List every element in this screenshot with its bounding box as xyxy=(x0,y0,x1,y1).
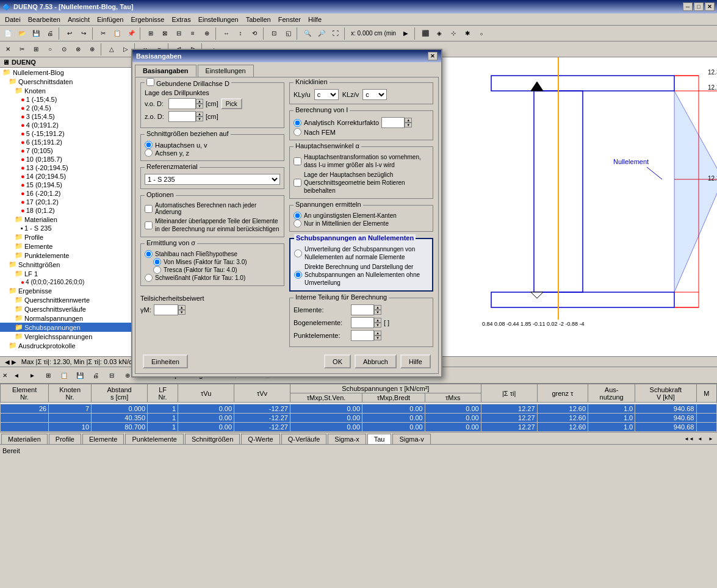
tb2-btn5[interactable]: ⊙ xyxy=(57,43,71,56)
hilfe-button[interactable]: Hilfe xyxy=(400,354,431,368)
tree-knoten-3[interactable]: ●3 (15;4.5) xyxy=(0,112,137,121)
zo-input[interactable]: 0.000 xyxy=(168,111,196,122)
pkt-down[interactable]: ▼ xyxy=(374,335,381,340)
tab-profile[interactable]: Profile xyxy=(49,434,81,444)
referenzmaterial-select[interactable]: 1 - S 235 xyxy=(145,174,280,185)
btn-t9[interactable]: ⊡ xyxy=(267,27,281,40)
tab-tau[interactable]: Tau xyxy=(367,434,392,444)
menu-ergebnisse[interactable]: Ergebnisse xyxy=(127,15,168,24)
tree-lf1-item[interactable]: ●4 (0;0;0;-2160.26;0;0) xyxy=(0,278,137,286)
tree-ausdruckprotokolle[interactable]: 📁Ausdruckprotokolle xyxy=(0,341,137,350)
tree-knoten-15[interactable]: ●15 (0;194.5) xyxy=(0,181,137,189)
btn-t8[interactable]: ⟲ xyxy=(248,27,261,40)
tree-knoten-2[interactable]: ●2 (0;4.5) xyxy=(0,104,137,112)
tree-materialien[interactable]: 📁Materialien xyxy=(0,215,137,224)
panel-next[interactable]: ► xyxy=(26,368,39,382)
transformation-checkbox[interactable] xyxy=(294,157,301,165)
schweissnaht-radio[interactable] xyxy=(145,274,153,282)
btn-extra4[interactable]: ✱ xyxy=(461,27,474,40)
stahlbau-radio[interactable] xyxy=(145,250,153,258)
save-button[interactable]: 💾 xyxy=(29,27,43,40)
el-up[interactable]: ▲ xyxy=(374,305,381,310)
scroll-prev[interactable]: ◄ xyxy=(695,434,705,443)
zo-up[interactable]: ▲ xyxy=(196,112,203,117)
open-button[interactable]: 📂 xyxy=(15,27,29,40)
tb2-btn1[interactable]: ✕ xyxy=(1,43,15,56)
maximize-button[interactable]: □ xyxy=(694,2,704,11)
cut-button[interactable]: ✂ xyxy=(96,27,110,40)
tree-knoten-1[interactable]: ●1 (-15;4.5) xyxy=(0,95,137,104)
panel-close-icon[interactable]: ✕ xyxy=(2,372,7,379)
auto-berechnen-checkbox[interactable] xyxy=(145,205,153,213)
menu-ansicht[interactable]: Ansicht xyxy=(64,15,93,24)
scroll-left[interactable]: ◄◄ xyxy=(684,434,694,443)
scroll-next[interactable]: ► xyxy=(706,434,716,443)
tree-lf1[interactable]: 📁LF 1 xyxy=(0,269,137,278)
tree-ergebnisse[interactable]: 📁Ergebnisse xyxy=(0,286,137,295)
abbruch-button[interactable]: Abbruch xyxy=(355,354,397,368)
tab-sigma-x[interactable]: Sigma-x xyxy=(328,434,366,444)
kfaktor-down[interactable]: ▼ xyxy=(405,123,412,127)
menu-datei[interactable]: Datei xyxy=(1,15,24,24)
el-down[interactable]: ▼ xyxy=(374,310,381,315)
tree-normalspannungen[interactable]: 📁Normalspannungen xyxy=(0,314,137,323)
tree-knoten-4[interactable]: ●4 (0;191.2) xyxy=(0,121,137,129)
tab-einstellungen[interactable]: Einstellungen xyxy=(198,65,254,77)
tree-profile[interactable]: 📁Profile xyxy=(0,232,137,242)
panel-btn4[interactable]: 🖨 xyxy=(89,368,103,382)
tree-knoten-7[interactable]: ●7 (0;105) xyxy=(0,146,137,155)
drillachse-checkbox[interactable] xyxy=(146,78,154,86)
tresca-radio[interactable] xyxy=(153,266,161,274)
undo-button[interactable]: ↩ xyxy=(63,27,76,40)
tree-knoten-14[interactable]: ●14 (20;194.5) xyxy=(0,172,137,181)
btn-extra1[interactable]: ⬛ xyxy=(419,27,432,40)
btn-t10[interactable]: ◱ xyxy=(281,27,295,40)
btn-t7[interactable]: ↕ xyxy=(234,27,247,40)
table-row-3[interactable]: 10 80.700 1 0.00 -12.27 0.00 0.00 0.00 1… xyxy=(1,423,717,432)
tree-knoten-16[interactable]: ●16 (-20;1.2) xyxy=(0,189,137,198)
direkte-radio[interactable] xyxy=(294,271,302,279)
punktelemente-input[interactable]: 50 xyxy=(351,330,374,341)
menu-einstellungen[interactable]: Einstellungen xyxy=(195,15,242,24)
paste-button[interactable]: 📌 xyxy=(124,27,138,40)
table-row-2[interactable]: 40.350 1 0.00 -12.27 0.00 0.00 0.00 12.2… xyxy=(1,414,717,423)
print-button[interactable]: 🖨 xyxy=(43,27,57,40)
korrekturfaktor-input[interactable]: 1.00 xyxy=(381,117,405,128)
nach-fem-radio[interactable] xyxy=(294,128,301,136)
table-row-1[interactable]: 26 7 0.000 1 0.00 -12.27 0.00 0.00 0.00 … xyxy=(1,404,717,414)
coord-btn[interactable]: ▶ xyxy=(399,27,413,40)
menu-bearbeiten[interactable]: Bearbeiten xyxy=(24,15,64,24)
tree-knoten-6[interactable]: ●6 (15;191.2) xyxy=(0,138,137,146)
panel-btn3[interactable]: 💾 xyxy=(73,368,87,382)
tree-schubspannungen[interactable]: 📁Schubspannungen xyxy=(0,323,137,332)
btn-extra2[interactable]: ◈ xyxy=(433,27,446,40)
btn-extra5[interactable]: ⬦ xyxy=(475,27,488,40)
tb2-btn8[interactable]: △ xyxy=(105,43,118,56)
tree-knoten-10[interactable]: ●10 (0;185.7) xyxy=(0,155,137,163)
lage-checkbox[interactable] xyxy=(294,179,301,187)
tb2-btn7[interactable]: ⊕ xyxy=(85,43,99,56)
tab-q-werte[interactable]: Q-Werte xyxy=(241,434,279,444)
btn-t3[interactable]: ⊟ xyxy=(172,27,186,40)
achsen-radio[interactable] xyxy=(145,149,153,157)
zoom-in-button[interactable]: 🔍 xyxy=(301,27,314,40)
copy-button[interactable]: 📋 xyxy=(110,27,124,40)
pick-button[interactable]: Pick xyxy=(221,98,242,109)
kly-select[interactable]: c xyxy=(314,89,339,100)
btn-t6[interactable]: ↔ xyxy=(220,27,233,40)
tb2-btn6[interactable]: ⊗ xyxy=(71,43,85,56)
zoom-out-button[interactable]: 🔎 xyxy=(315,27,328,40)
tab-q-verlaeufe[interactable]: Q-Verläufe xyxy=(281,434,327,444)
bogenelemente-input[interactable]: 5 xyxy=(351,317,374,328)
mittellinien-radio[interactable] xyxy=(294,220,301,228)
ueberlappende-checkbox[interactable] xyxy=(145,221,153,229)
pkt-up[interactable]: ▲ xyxy=(374,331,381,335)
panel-btn1[interactable]: ⊞ xyxy=(41,368,55,382)
menu-einfuegen[interactable]: Einfügen xyxy=(93,15,127,24)
bog-down[interactable]: ▼ xyxy=(374,323,381,328)
menu-extras[interactable]: Extras xyxy=(168,15,194,24)
tab-punktelemente[interactable]: Punktelemente xyxy=(125,434,183,444)
unguenstigsten-radio[interactable] xyxy=(294,212,301,220)
tab-schnittgroessen[interactable]: Schnittgrößen xyxy=(185,434,240,444)
menu-hilfe[interactable]: Hilfe xyxy=(304,15,325,24)
